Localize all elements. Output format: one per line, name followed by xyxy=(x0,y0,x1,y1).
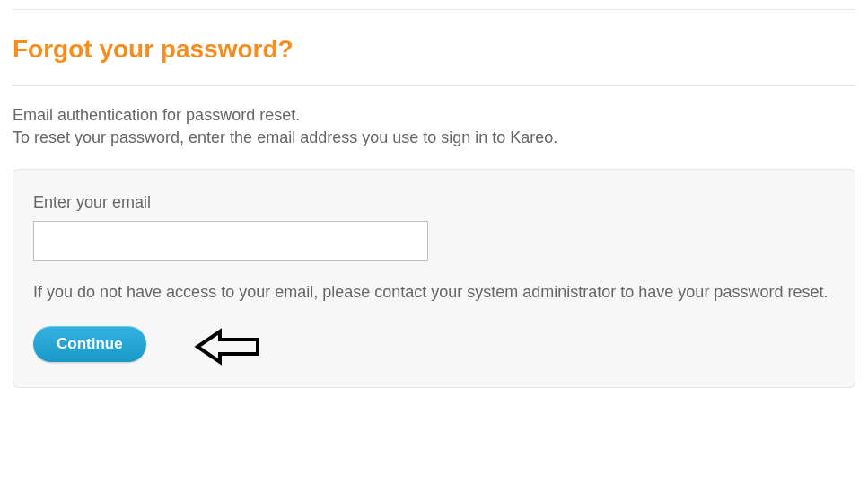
intro-text-line2: To reset your password, enter the email … xyxy=(13,128,868,147)
section-divider xyxy=(13,85,855,86)
email-input-label: Enter your email xyxy=(33,193,835,212)
password-reset-form-panel: Enter your email If you do not have acce… xyxy=(13,169,855,388)
page-title: Forgot your password? xyxy=(13,35,868,64)
email-input[interactable] xyxy=(33,221,428,261)
arrow-left-icon xyxy=(193,324,265,369)
top-divider xyxy=(13,9,855,10)
continue-button[interactable]: Continue xyxy=(33,326,146,362)
help-text: If you do not have access to your email,… xyxy=(33,280,835,305)
intro-text-line1: Email authentication for password reset. xyxy=(13,106,868,125)
